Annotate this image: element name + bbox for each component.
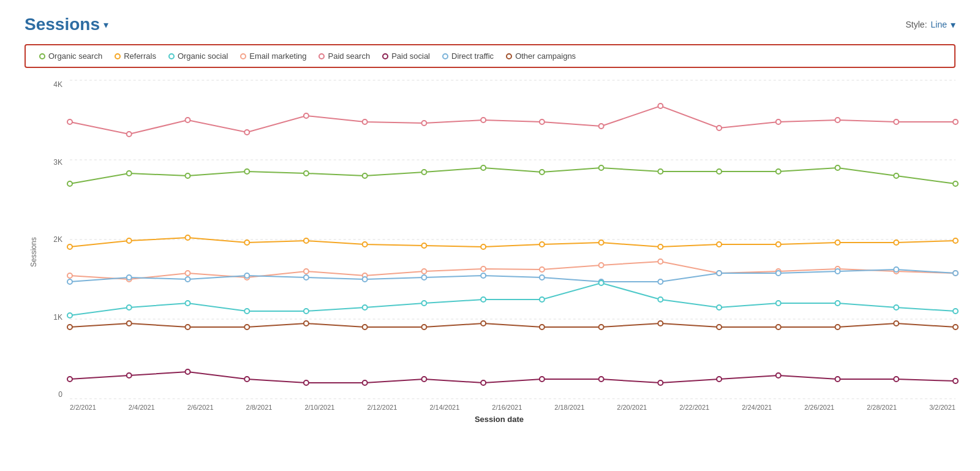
legend-dot-paid_social [382,53,388,59]
svg-point-113 [776,325,781,330]
legend-item-referrals[interactable]: Referrals [111,50,160,62]
svg-point-109 [540,325,545,330]
svg-point-12 [481,118,486,122]
svg-point-79 [658,279,663,284]
x-axis-label: 2/2/2021 [70,404,96,411]
legend-dot-organic_search [39,53,45,59]
svg-point-55 [185,271,190,276]
legend-dot-referrals [115,53,121,59]
svg-point-107 [421,325,426,330]
svg-point-84 [953,271,958,276]
x-axis-label: 2/20/2021 [617,404,647,411]
svg-point-24 [244,169,249,174]
legend-item-paid_social[interactable]: Paid social [379,50,434,62]
legend-dot-direct_traffic [442,53,448,59]
svg-point-37 [67,244,72,249]
svg-point-104 [244,325,249,330]
svg-point-31 [658,169,663,174]
svg-point-93 [540,297,545,302]
svg-point-27 [421,170,426,175]
legend-label-paid_social: Paid social [391,51,430,61]
chart-container: Sessions [24,80,956,424]
x-axis-label: 2/26/2021 [804,404,834,411]
svg-point-112 [717,325,722,330]
style-dropdown-icon[interactable]: ▾ [951,19,956,31]
svg-point-126 [599,377,604,382]
svg-point-25 [304,171,309,176]
svg-point-52 [953,238,958,243]
y-axis-title: Sessions [24,80,43,424]
chart-title: Sessions [24,15,100,34]
svg-point-76 [481,273,486,278]
svg-point-117 [67,377,72,382]
svg-point-40 [244,240,249,245]
legend-item-organic_social[interactable]: Organic social [165,50,232,62]
svg-point-116 [953,325,958,330]
svg-point-61 [540,267,545,272]
legend-dot-organic_social [168,53,175,59]
legend-item-organic_search[interactable]: Organic search [36,50,106,62]
svg-point-51 [894,240,899,245]
legend-item-paid_search[interactable]: Paid search [315,50,374,62]
svg-point-90 [363,305,368,310]
svg-point-45 [540,242,545,247]
svg-point-115 [894,321,899,326]
title-dropdown-icon[interactable]: ▾ [104,19,108,31]
svg-point-71 [185,277,190,282]
svg-point-11 [421,121,426,126]
svg-point-8 [244,130,249,135]
svg-point-41 [304,238,309,243]
svg-point-127 [658,380,663,385]
x-axis-label: 2/14/2021 [429,404,459,411]
svg-point-60 [481,266,486,271]
svg-point-29 [540,170,545,175]
svg-point-74 [363,277,368,282]
svg-point-33 [776,169,781,174]
svg-point-114 [835,325,840,330]
svg-point-123 [421,377,426,382]
svg-point-69 [67,279,72,284]
x-axis-label: 2/22/2021 [679,404,709,411]
x-axis-label: 2/12/2021 [367,404,397,411]
svg-point-22 [127,171,132,176]
svg-point-13 [540,119,545,124]
legend-label-paid_search: Paid search [328,51,370,61]
svg-point-75 [421,275,426,280]
svg-point-119 [185,369,190,374]
legend-item-other_campaigns[interactable]: Other campaigns [502,50,579,62]
legend-label-other_campaigns: Other campaigns [515,51,576,61]
svg-point-103 [185,325,190,330]
svg-point-9 [304,113,309,118]
svg-point-20 [953,119,958,124]
legend-dot-other_campaigns [506,53,512,59]
y-axis-label: 4K [53,80,62,89]
svg-point-132 [953,379,958,383]
x-axis-label: 2/4/2021 [129,404,155,411]
x-axis-title: Session date [43,415,956,424]
svg-point-70 [127,275,132,280]
svg-point-95 [658,297,663,302]
style-value[interactable]: Line [931,20,947,29]
svg-point-5 [67,119,72,124]
legend-label-organic_social: Organic social [178,51,228,61]
svg-point-105 [304,321,309,326]
x-axis-label: 2/6/2021 [187,404,214,411]
svg-point-81 [776,271,781,276]
svg-point-49 [776,242,781,247]
svg-point-35 [894,173,899,178]
legend-dot-paid_search [318,53,325,59]
svg-point-82 [835,269,840,274]
y-axis-label: 0 [58,390,62,399]
svg-point-48 [717,242,722,247]
svg-point-6 [127,132,132,137]
svg-point-30 [599,165,604,170]
svg-point-17 [776,119,781,124]
chart-inner: 4K3K2K1K0 2/2/20212/4/20212/6/20212/8/20… [43,80,956,424]
legend-item-email_marketing[interactable]: Email marketing [236,50,310,62]
svg-point-15 [658,104,663,108]
legend-label-direct_traffic: Direct traffic [451,51,494,61]
svg-point-99 [894,305,899,310]
legend-label-organic_search: Organic search [48,51,102,61]
legend-item-direct_traffic[interactable]: Direct traffic [439,50,497,62]
svg-point-96 [717,305,722,310]
